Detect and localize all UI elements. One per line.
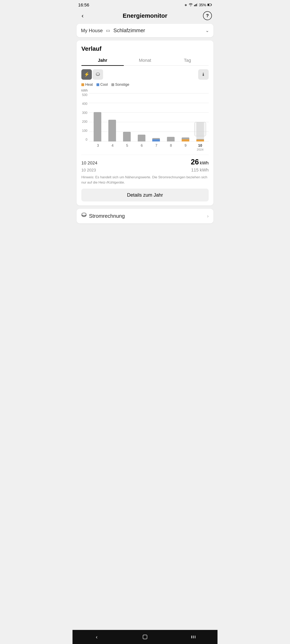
bar-group-9[interactable] bbox=[182, 138, 189, 142]
tab-tag[interactable]: Tag bbox=[166, 56, 209, 66]
signal-icon bbox=[194, 3, 198, 7]
legend-cool-label: Cool bbox=[100, 82, 108, 87]
bar-sonstige-8 bbox=[167, 137, 175, 142]
verlauf-card: Verlauf Jahr Monat Tag ⚡ 🌡 Heat Cool bbox=[77, 40, 213, 206]
current-unit: kWh bbox=[200, 160, 209, 166]
stromrechnung-arrow-icon: › bbox=[207, 213, 209, 219]
bar-sonstige-5 bbox=[123, 132, 131, 142]
bluetooth-icon: ∗ bbox=[184, 3, 187, 7]
chart-legend: Heat Cool Sonstige bbox=[81, 82, 209, 87]
y-100: 100 bbox=[82, 129, 87, 132]
bar-group-3[interactable] bbox=[94, 112, 101, 142]
svg-rect-0 bbox=[194, 5, 195, 6]
legend-heat-dot bbox=[81, 83, 84, 86]
legend-cool: Cool bbox=[97, 82, 108, 87]
y-axis-label: kWh bbox=[81, 89, 209, 92]
status-icons: ∗ 35% bbox=[184, 3, 212, 8]
x-label-text-4: 4 bbox=[112, 144, 114, 148]
legend-sonstige-label: Sonstige bbox=[115, 82, 129, 87]
period-tabs: Jahr Monat Tag bbox=[81, 56, 209, 66]
wifi-icon bbox=[188, 3, 193, 8]
bars-container bbox=[89, 93, 209, 142]
tab-jahr[interactable]: Jahr bbox=[81, 56, 124, 66]
y-300: 300 bbox=[82, 111, 87, 115]
back-button[interactable]: ‹ bbox=[78, 11, 87, 20]
battery-percentage: 35% bbox=[199, 3, 206, 7]
legend-cool-dot bbox=[97, 83, 99, 86]
details-btn[interactable]: Details zum Jahr bbox=[81, 188, 209, 202]
legend-sonstige: Sonstige bbox=[111, 82, 129, 87]
bar-sonstige-4 bbox=[108, 120, 116, 142]
prev-period: 10 2023 bbox=[81, 168, 96, 172]
header: ‹ Energiemonitor ? bbox=[73, 9, 217, 24]
temperature-toggle-btn[interactable]: 🌡 bbox=[198, 69, 209, 80]
room-selector[interactable]: My House ▭ Schlafzimmer ⌄ bbox=[77, 24, 213, 37]
y-500: 500 bbox=[82, 93, 87, 97]
bars-row bbox=[89, 93, 209, 142]
bar-sonstige-9 bbox=[182, 138, 189, 139]
chart-area: kWh 500 400 300 200 100 0 bbox=[81, 89, 209, 151]
stats-note: Hinweis: Es handelt sich um Näherungswer… bbox=[81, 175, 209, 185]
x-label-4: 4 bbox=[109, 142, 116, 151]
bar-group-5[interactable] bbox=[123, 132, 131, 142]
bar-group-8[interactable] bbox=[167, 137, 175, 142]
x-label-text-8: 8 bbox=[170, 144, 172, 148]
x-label-3: 3 bbox=[94, 142, 102, 151]
svg-rect-1 bbox=[195, 4, 196, 6]
room-icon: ▭ bbox=[106, 28, 110, 33]
y-0: 0 bbox=[86, 138, 87, 142]
current-period: 10 2024 bbox=[81, 160, 98, 166]
stromrechnung-left: Stromrechnung bbox=[81, 213, 125, 219]
status-bar: 16:56 ∗ 35% bbox=[73, 0, 217, 9]
y-200: 200 bbox=[82, 120, 87, 124]
x-label-10: 102024 bbox=[196, 142, 204, 151]
verlauf-title: Verlauf bbox=[81, 45, 209, 52]
bar-group-4[interactable] bbox=[108, 120, 116, 142]
chart-wrapper: 500 400 300 200 100 0 bbox=[81, 93, 209, 142]
energy-icon-btn[interactable]: ⚡ bbox=[81, 69, 92, 80]
bar-cool-7 bbox=[152, 139, 160, 142]
x-axis-labels: 3456789102024 bbox=[81, 142, 209, 151]
x-label-text-7: 7 bbox=[155, 144, 157, 148]
stromrechnung-section[interactable]: Stromrechnung › bbox=[77, 209, 213, 224]
svg-rect-6 bbox=[208, 4, 209, 6]
stromrechnung-icon bbox=[81, 213, 87, 219]
y-axis: 500 400 300 200 100 0 bbox=[81, 93, 89, 142]
dropdown-arrow-icon[interactable]: ⌄ bbox=[205, 28, 209, 33]
chart-controls-row: ⚡ 🌡 bbox=[81, 69, 209, 80]
svg-rect-3 bbox=[197, 3, 198, 6]
bar-group-7[interactable] bbox=[152, 138, 160, 142]
legend-heat: Heat bbox=[81, 82, 93, 87]
help-button[interactable]: ? bbox=[203, 11, 212, 20]
svg-rect-5 bbox=[211, 4, 212, 5]
svg-point-8 bbox=[96, 73, 100, 75]
bar-sonstige-3 bbox=[94, 112, 101, 142]
chart-type-group: ⚡ bbox=[81, 69, 103, 80]
stats-section: 10 2024 26 kWh 10 2023 115 kWh Hinweis: … bbox=[81, 155, 209, 185]
legend-heat-label: Heat bbox=[85, 82, 93, 87]
svg-rect-2 bbox=[196, 4, 197, 6]
bar-sonstige-6 bbox=[138, 135, 145, 142]
bar-group-10[interactable] bbox=[196, 122, 204, 142]
prev-value: 115 kWh bbox=[191, 168, 209, 173]
bar-selected-top-10 bbox=[196, 122, 204, 139]
tab-monat[interactable]: Monat bbox=[124, 56, 166, 66]
current-value: 26 bbox=[191, 158, 199, 166]
x-label-9: 9 bbox=[182, 142, 189, 151]
house-name: My House bbox=[81, 28, 103, 34]
x-label-text-6: 6 bbox=[141, 144, 143, 148]
x-label-6: 6 bbox=[138, 142, 146, 151]
x-label-5: 5 bbox=[123, 142, 131, 151]
battery-icon bbox=[207, 3, 212, 7]
room-selector-left: My House ▭ Schlafzimmer bbox=[81, 27, 145, 34]
bar-group-6[interactable] bbox=[138, 135, 145, 142]
x-label-text-9: 9 bbox=[184, 144, 186, 148]
current-value-group: 26 kWh bbox=[191, 158, 209, 166]
status-time: 16:56 bbox=[78, 2, 89, 8]
svg-point-11 bbox=[82, 213, 86, 216]
bar-heat-9 bbox=[182, 139, 189, 142]
x-label-7: 7 bbox=[152, 142, 160, 151]
bar-heat-10 bbox=[196, 140, 204, 142]
cost-icon-btn[interactable] bbox=[93, 69, 103, 80]
x-label-text-5: 5 bbox=[126, 144, 128, 148]
